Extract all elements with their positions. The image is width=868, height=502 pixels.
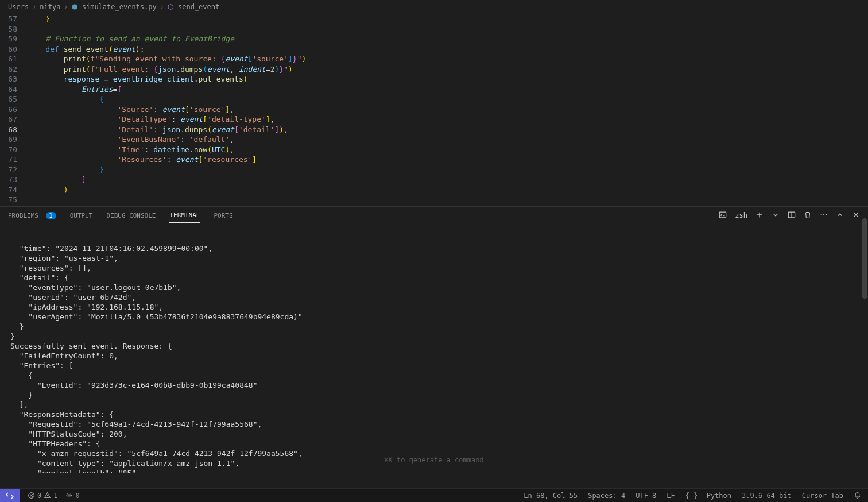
maximize-panel-icon[interactable] [836,211,844,221]
line-number: 61 [0,54,17,64]
indentation[interactable]: Spaces: 4 [588,492,625,500]
line-number: 65 [0,94,17,105]
language-mode[interactable]: { } Python [685,492,731,500]
line-number: 64 [0,84,17,95]
svg-point-6 [68,495,70,496]
line-number: 63 [0,74,17,84]
chevron-right-icon: › [160,3,164,11]
language-label: Python [707,492,731,500]
error-count: 0 [37,492,41,500]
python-interpreter[interactable]: 3.9.6 64-bit [742,492,792,500]
line-number: 67 [0,114,17,125]
code-line[interactable]: def send_event(event): [28,44,868,55]
terminal-output[interactable]: "time": "2024-11-21T04:16:02.459899+00:0… [0,224,868,473]
code-line[interactable]: } [28,14,868,24]
code-line[interactable]: print(f"Full event: {json.dumps(event, i… [28,64,868,75]
panel-actions: zsh [719,211,860,221]
code-line[interactable]: { [28,94,868,105]
split-terminal-icon[interactable] [788,211,796,221]
braces-icon: { } [685,492,698,500]
cursor-position[interactable]: Ln 68, Col 55 [524,492,578,500]
ports-count: 0 [75,492,79,500]
code-line[interactable] [28,195,868,205]
breadcrumb-users[interactable]: Users [8,3,29,11]
code-line[interactable]: } [28,165,868,175]
python-file-icon: ⬢ [72,3,78,11]
breadcrumb[interactable]: Users › nitya › ⬢ simulate_events.py › ⬡… [0,0,868,14]
status-left: 0 1 0 [0,489,80,503]
line-number: 68 [0,125,17,135]
chevron-right-icon: › [32,3,36,11]
line-number: 57 [0,14,17,24]
cursor-tab[interactable]: Cursor Tab [802,492,843,500]
tab-ports[interactable]: PORTS [214,208,232,223]
line-number: 75 [0,195,17,205]
line-number-gutter: 57585960616263646566676869707172737475 [0,14,28,206]
terminal-hint: ⌘K to generate a command [384,455,483,465]
code-line[interactable]: 'DetailType': event['detail-type'], [28,114,868,125]
panel-tabs: PROBLEMS 1 OUTPUT DEBUG CONSOLE TERMINAL… [0,207,868,224]
code-line[interactable]: 'Detail': json.dumps(event['detail']), [28,125,868,135]
code-line[interactable]: 'Time': datetime.now(UTC), [28,145,868,155]
line-number: 71 [0,155,17,165]
code-line[interactable]: ] [28,175,868,185]
line-number: 59 [0,34,17,44]
line-number: 60 [0,44,17,55]
status-bar: 0 1 0 Ln 68, Col 55 Spaces: 4 UTF-8 LF {… [0,488,868,502]
terminal-launch-icon[interactable] [719,211,727,221]
breadcrumb-symbol[interactable]: send_event [178,3,219,11]
line-number: 62 [0,64,17,75]
line-number: 58 [0,24,17,34]
svg-point-4 [826,214,827,215]
code-line[interactable]: ) [28,185,868,195]
function-icon: ⬡ [168,3,173,11]
code-line[interactable]: response = eventbridge_client.put_events… [28,74,868,84]
breadcrumb-user[interactable]: nitya [40,3,60,11]
tab-problems[interactable]: PROBLEMS 1 [8,208,56,223]
terminal-dropdown-icon[interactable] [772,211,780,221]
svg-point-2 [821,214,822,215]
close-panel-icon[interactable] [852,211,860,221]
encoding[interactable]: UTF-8 [636,492,656,500]
warning-count: 1 [53,492,57,500]
svg-rect-0 [720,212,726,218]
eol[interactable]: LF [666,492,675,500]
code-line[interactable]: print(f"Sending event with source: {even… [28,54,868,64]
status-problems[interactable]: 0 1 [28,492,57,500]
code-content[interactable]: } # Function to send an event to EventBr… [28,14,868,206]
more-actions-icon[interactable] [820,211,828,221]
shell-name[interactable]: zsh [735,211,747,219]
scrollbar-thumb[interactable] [862,218,867,299]
tab-debug-console[interactable]: DEBUG CONSOLE [106,208,156,223]
remote-indicator[interactable] [0,489,20,503]
code-line[interactable]: # Function to send an event to EventBrid… [28,34,868,44]
line-number: 73 [0,175,17,185]
line-number: 72 [0,165,17,175]
code-line[interactable]: 'Source': event['source'], [28,105,868,115]
status-ports[interactable]: 0 [65,492,79,500]
terminal-text: "time": "2024-11-21T04:16:02.459899+00:0… [10,244,858,473]
chevron-right-icon: › [64,3,68,11]
code-line[interactable]: 'EventBusName': 'default', [28,134,868,145]
bottom-panel: PROBLEMS 1 OUTPUT DEBUG CONSOLE TERMINAL… [0,206,868,473]
code-line[interactable]: 'Resources': event['resources'] [28,155,868,165]
new-terminal-icon[interactable] [755,211,764,221]
line-number: 70 [0,145,17,155]
svg-point-3 [823,214,824,215]
notifications-icon[interactable] [854,492,861,499]
tab-terminal[interactable]: TERMINAL [169,208,200,223]
problems-badge: 1 [46,212,56,219]
line-number: 74 [0,185,17,195]
code-line[interactable] [28,24,868,34]
status-right: Ln 68, Col 55 Spaces: 4 UTF-8 LF { } Pyt… [524,492,861,500]
code-line[interactable]: Entries=[ [28,84,868,95]
line-number: 66 [0,105,17,115]
scrollbar[interactable] [861,0,868,488]
code-editor[interactable]: 57585960616263646566676869707172737475 }… [0,14,868,206]
tab-problems-label: PROBLEMS [8,212,38,219]
kill-terminal-icon[interactable] [804,211,812,221]
line-number: 69 [0,134,17,145]
tab-output[interactable]: OUTPUT [70,208,93,223]
breadcrumb-file[interactable]: simulate_events.py [82,3,157,11]
